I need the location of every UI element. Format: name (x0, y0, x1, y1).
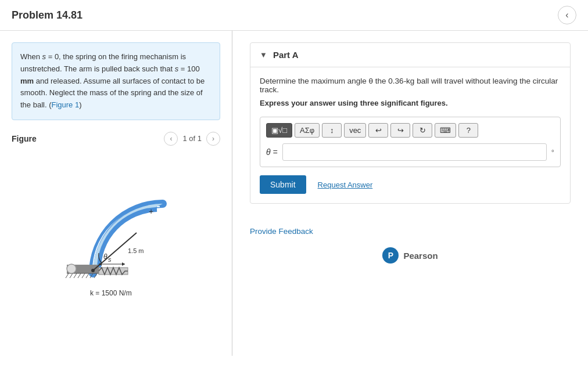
svg-line-5 (82, 273, 85, 278)
back-button[interactable]: ‹ (558, 6, 576, 24)
theta-text: θ (103, 252, 107, 261)
s-label-text: s (108, 256, 112, 263)
figure-next-button[interactable]: › (206, 132, 220, 146)
pearson-label: Pearson (403, 251, 438, 261)
collapse-arrow: ▼ (260, 50, 267, 59)
svg-line-4 (78, 273, 81, 278)
spring-constant-label: k = 1500 N/m (90, 289, 132, 297)
radius-text: 1.5 m (128, 247, 144, 254)
greek-button[interactable]: ΑΣφ (295, 123, 320, 138)
feedback-link[interactable]: Provide Feedback (250, 227, 313, 236)
figure-prev-button[interactable]: ‹ (164, 132, 178, 146)
figure-section: Figure ‹ 1 of 1 › (12, 132, 220, 302)
pearson-icon: P (382, 247, 399, 264)
svg-line-3 (74, 273, 77, 278)
refresh-button[interactable]: ↻ (413, 123, 432, 138)
svg-line-6 (86, 273, 89, 278)
problem-text-box: When s = 0, the spring on the firing mec… (12, 42, 220, 120)
request-answer-button[interactable]: Request Answer (318, 181, 373, 189)
right-panel: ▼ Part A Determine the maximum angle θ t… (232, 31, 588, 356)
figure-label: Figure (12, 134, 37, 143)
figure-nav: ‹ 1 of 1 › (164, 132, 220, 146)
figure-counter: 1 of 1 (182, 134, 202, 143)
problem-text: When s = 0, the spring on the firing mec… (20, 52, 205, 109)
part-instruction: Express your answer using three signific… (260, 99, 561, 107)
formula-icon: ▣√□ (271, 126, 287, 135)
left-panel: When s = 0, the spring on the firing mec… (0, 31, 232, 356)
answer-input[interactable] (282, 143, 547, 161)
input-row: θ = ° (266, 143, 554, 161)
svg-point-10 (91, 269, 95, 272)
submit-button[interactable]: Submit (260, 175, 306, 194)
help-button[interactable]: ? (458, 123, 478, 138)
svg-line-1 (66, 273, 69, 278)
problem-title: Problem 14.81 (12, 9, 83, 21)
undo-button[interactable]: ↩ (368, 123, 388, 138)
redo-button[interactable]: ↪ (390, 123, 410, 138)
answer-box: ▣√□ ΑΣφ ↕ vec ↩ ↪ ↻ ⌨ ? θ = ° (260, 117, 561, 167)
theta-equals-label: θ = (266, 147, 278, 157)
part-section: ▼ Part A Determine the maximum angle θ t… (250, 42, 571, 204)
vec-button[interactable]: vec (344, 123, 366, 138)
sort-button[interactable]: ↕ (322, 123, 342, 138)
figure-diagram: θ 1.5 m s + k = 1500 N/m (35, 151, 198, 302)
pearson-footer: P Pearson (250, 236, 571, 275)
part-question: Determine the maximum angle θ the 0.36-k… (260, 77, 561, 94)
action-row: Submit Request Answer (260, 175, 561, 194)
unit-label: ° (551, 148, 554, 157)
svg-marker-13 (122, 262, 125, 266)
part-label: Part A (273, 50, 299, 60)
toolbar: ▣√□ ΑΣφ ↕ vec ↩ ↪ ↻ ⌨ ? (266, 123, 554, 138)
part-body: Determine the maximum angle θ the 0.36-k… (250, 67, 570, 203)
keyboard-button[interactable]: ⌨ (435, 123, 456, 138)
figure-header: Figure ‹ 1 of 1 › (12, 132, 220, 146)
svg-text:+: + (149, 207, 153, 216)
formula-button[interactable]: ▣√□ (266, 123, 292, 138)
pearson-logo: P Pearson (261, 247, 559, 264)
figure-image: θ 1.5 m s + k = 1500 N/m (12, 151, 220, 302)
part-header[interactable]: ▼ Part A (250, 43, 570, 67)
figure-link[interactable]: Figure 1 (51, 100, 79, 109)
svg-line-2 (70, 273, 73, 278)
ball-circle (67, 264, 76, 273)
